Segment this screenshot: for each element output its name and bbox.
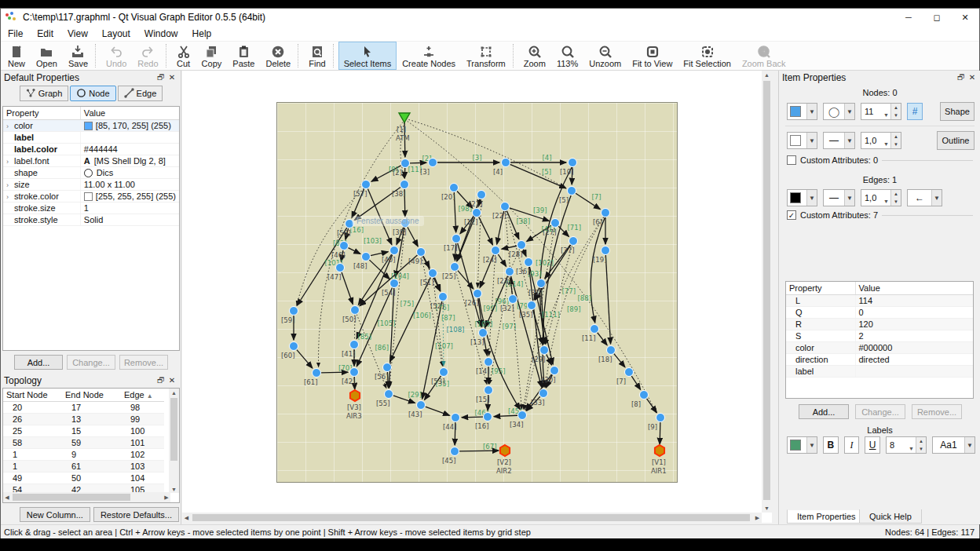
- toolbar-button-copy[interactable]: Copy: [196, 42, 228, 70]
- minimize-button[interactable]: ─: [894, 9, 923, 26]
- tab-quick-help[interactable]: Quick Help: [859, 509, 922, 524]
- toolbar-button-unzoom[interactable]: Unzoom: [583, 42, 627, 70]
- graph-node-30[interactable]: [30]: [542, 367, 559, 385]
- graph-node-37[interactable]: [37]: [561, 237, 578, 255]
- toolbar-button-transform[interactable]: Transform: [461, 42, 511, 70]
- graph-node-9[interactable]: [9]: [648, 414, 665, 432]
- outline-button[interactable]: Outline: [937, 131, 975, 150]
- remove-button[interactable]: Remove...: [119, 355, 168, 370]
- close-button[interactable]: ✕: [951, 9, 979, 26]
- graph-edge-47-50[interactable]: [342, 272, 353, 305]
- graph-canvas[interactable]: [2][3][4][5][7][9][11][16][104][105][106…: [182, 71, 772, 523]
- dock-close-icon[interactable]: ✕: [166, 376, 177, 385]
- toolbar-button-fit-selection[interactable]: Fit Selection: [678, 42, 737, 70]
- graph-edge-57-59[interactable]: [297, 188, 364, 305]
- graph-node-59[interactable]: [59]: [281, 307, 298, 325]
- graph-edge-54-55[interactable]: [389, 288, 393, 388]
- menu-window[interactable]: Window: [137, 27, 185, 41]
- topology-horizontal-scrollbar[interactable]: ◀ ▶: [3, 492, 170, 502]
- node-color-dropdown[interactable]: ▼: [787, 103, 817, 120]
- remove-button[interactable]: Remove...: [912, 404, 962, 419]
- graph-edge-11-18[interactable]: [598, 333, 607, 345]
- tab-node[interactable]: Node: [70, 86, 115, 101]
- node-stroke-style-dropdown[interactable]: —▼: [823, 132, 855, 149]
- toolbar-button-save[interactable]: Save: [63, 42, 93, 70]
- graph-edge-16-44[interactable]: [462, 417, 483, 418]
- graph-edge-39-49[interactable]: [408, 227, 418, 246]
- node-size-spinner[interactable]: 11▼▲▼: [861, 103, 901, 120]
- toolbar-button-create-nodes[interactable]: Create Nodes: [397, 42, 461, 70]
- dock-float-icon[interactable]: 🗗︎: [155, 73, 166, 82]
- topology-vertical-scrollbar[interactable]: ▲ ▼: [169, 389, 179, 493]
- toolbar-button-fit-to-view[interactable]: Fit to View: [627, 42, 678, 70]
- graph-edge-2-3[interactable]: [410, 162, 426, 163]
- graph-node-43[interactable]: [43]: [408, 401, 426, 419]
- toolbar-button-open[interactable]: Open: [31, 42, 63, 70]
- property-row-stroke.style[interactable]: stroke.styleSolid: [3, 214, 179, 226]
- graph-node-45[interactable]: [45]: [442, 447, 459, 465]
- bold-button[interactable]: B: [823, 436, 839, 454]
- graph-node-60[interactable]: [60]: [281, 342, 298, 360]
- graph-node-7[interactable]: [7]: [616, 368, 634, 386]
- graph-edge-51-56[interactable]: [389, 277, 430, 361]
- toolbar-button-zoom-back[interactable]: Zoom Back: [737, 42, 792, 70]
- tab-item-properties[interactable]: Item Properties: [787, 509, 866, 524]
- node-stroke-color-dropdown[interactable]: ▼: [787, 132, 817, 149]
- graph-node-V3[interactable]: AIR3[V3]: [346, 390, 362, 420]
- graph-edge-22-28[interactable]: [506, 211, 518, 239]
- menu-layout[interactable]: Layout: [95, 27, 137, 41]
- property-row-label.color[interactable]: label.color#444444: [3, 144, 179, 155]
- graph-node-6[interactable]: [6]: [593, 209, 610, 227]
- underline-button[interactable]: U: [865, 436, 880, 454]
- topology-row[interactable]: 4950104: [3, 473, 164, 484]
- graph-node-25[interactable]: [25]: [442, 263, 459, 281]
- toolbar-button-113-[interactable]: 113%: [551, 42, 583, 70]
- topology-row[interactable]: 261399: [3, 414, 164, 425]
- graph-edge-12-24[interactable]: [479, 217, 493, 244]
- canvas-vertical-scrollbar[interactable]: ▲ ▼: [762, 71, 772, 513]
- toolbar-button-zoom[interactable]: Zoom: [518, 42, 551, 70]
- attr-row-direction[interactable]: directiondirected: [786, 354, 973, 366]
- graph-edge-48-40[interactable]: [371, 252, 388, 256]
- graph-edge-61-42[interactable]: [321, 372, 348, 373]
- menu-file[interactable]: File: [1, 27, 30, 41]
- edge-direction-dropdown[interactable]: ←▼: [907, 189, 942, 206]
- graph-edge-28-36[interactable]: [523, 250, 526, 257]
- label-style-dropdown[interactable]: Aa1▼: [932, 436, 975, 454]
- tab-graph[interactable]: Graph: [20, 86, 69, 101]
- graph-edge-13-14[interactable]: [484, 338, 487, 356]
- label-color-dropdown[interactable]: ▼: [787, 436, 817, 454]
- topology-row[interactable]: 5859101: [3, 437, 164, 449]
- new-column-button[interactable]: New Column...: [20, 507, 90, 522]
- graph-sheet[interactable]: [2][3][4][5][7][9][11][16][104][105][106…: [276, 102, 678, 483]
- toolbar-button-delete[interactable]: Delete: [260, 42, 296, 70]
- property-row-stroke.size[interactable]: stroke.size1: [3, 203, 179, 214]
- dock-float-icon[interactable]: 🗗︎: [155, 376, 166, 385]
- add-button[interactable]: Add...: [799, 404, 849, 419]
- toolbar-button-undo[interactable]: Undo: [101, 42, 132, 70]
- node-shape-dropdown[interactable]: ◯▼: [823, 103, 855, 120]
- graph-edge-43-44[interactable]: [426, 407, 450, 415]
- graph-edge-18-7[interactable]: [614, 354, 625, 367]
- graph-node-V1[interactable]: AIR1[V1]: [651, 445, 667, 475]
- attr-row-L[interactable]: L114: [786, 295, 973, 307]
- graph-edge-9-V1[interactable]: [660, 422, 660, 444]
- graph-node-10[interactable]: [10]: [560, 159, 577, 177]
- node-custom-attributes-checkbox[interactable]: [787, 155, 796, 165]
- graph-edge-24-23[interactable]: [498, 254, 506, 266]
- property-row-label.font[interactable]: ›label.fontA[MS Shell Dlg 2, 8]: [3, 155, 179, 167]
- graph-edge-8-9[interactable]: [647, 399, 657, 413]
- add-button[interactable]: Add...: [14, 355, 63, 370]
- graph-node-11[interactable]: [11]: [582, 325, 599, 343]
- graph-edge-45-V2[interactable]: [459, 451, 499, 451]
- graph-edge-7-8[interactable]: [631, 376, 640, 389]
- graph-node-54[interactable]: [54]: [382, 279, 399, 297]
- attr-row-S[interactable]: S2: [786, 330, 973, 342]
- attr-row-color[interactable]: color#000000: [786, 342, 973, 354]
- menu-help[interactable]: Help: [185, 27, 219, 41]
- topology-row[interactable]: 161103: [3, 461, 164, 473]
- dock-close-icon[interactable]: ✕: [967, 73, 978, 82]
- toolbar-button-paste[interactable]: Paste: [227, 42, 260, 70]
- toolbar-button-find[interactable]: Find: [303, 42, 331, 70]
- graph-node-61[interactable]: [61]: [304, 369, 321, 387]
